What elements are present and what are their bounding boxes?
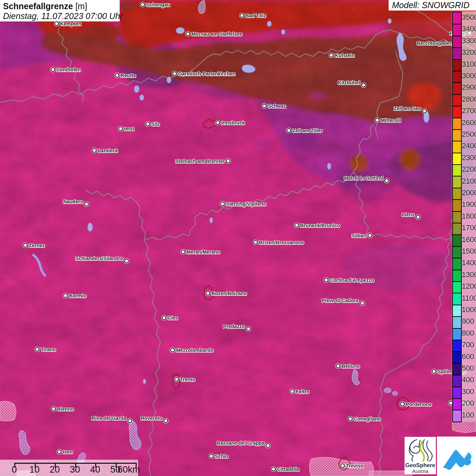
city-bienno: Bienno [51,406,74,412]
city-dot [324,278,328,282]
city-label: Schlanders/Silandro [75,256,123,261]
city-label: Feltre [296,389,309,394]
colorbar-segment-3200 [453,47,461,59]
colorbar-segment-2100 [453,176,461,187]
scale-bar: 0102030405060km [0,460,138,476]
colorbar-segment-1600 [453,234,461,246]
city-treviso: Treviso [340,463,363,469]
colorbar-segment-3500 [453,12,461,24]
colorbar-tick-label: 2400 [462,141,476,150]
title-unit: [m] [75,1,87,11]
city-label: Kitzbühel [338,80,360,85]
city-kufstein: Kufstein [329,53,355,58]
city-label: Conegliano [354,416,381,422]
mountain-logo-icon [440,439,474,473]
colorbar-tick-label: 200 [462,399,474,408]
city-dot [329,53,334,57]
city-predazzo: Predazzo [223,324,251,331]
city-label: Zernez [29,243,45,248]
city-dot [361,83,366,87]
city-dot [23,243,28,248]
colorbar-tick-label: 1200 [462,282,476,291]
city-dot [287,128,291,133]
city-dot [57,449,62,454]
city-bad-tölz: Bad Tölz [240,13,266,18]
city-schongau: Schongau [140,2,170,7]
city-layer: SchongauBad TölzKemptenMurnau am Staffel… [0,0,476,476]
city-silz: Silz [146,121,160,127]
city-murnau-am-staffelsee: Murnau am Staffelsee [186,31,242,37]
city-bruneck-brunico: Bruneck/Brunico [294,223,340,228]
city-label: Bienno [57,406,74,412]
city-label: Pieve di Cadore [322,298,359,303]
city-brixen-bressanone: Brixen/Bressanone [253,240,304,245]
colorbar-tick-label: 1800 [462,212,476,221]
colorbar-segment-1000 [453,305,461,316]
scale-bar-label: 10 [29,464,39,475]
colorbar-tick-label: 1000 [462,305,476,314]
colorbar-segment-2200 [453,164,461,176]
city-landeck: Landeck [92,148,118,153]
city-dot [124,259,129,263]
colorbar-segment-2400 [453,141,461,152]
city-schio: Schio [209,454,228,459]
city-dot [51,67,55,72]
colorbar-tick-label: 1600 [462,235,476,244]
colorbar-tick-label: 600 [462,352,474,361]
city-label: Riva del Garda [91,415,126,421]
city-label: Silz [151,121,160,127]
colorbar-segment-800 [453,328,461,340]
city-dot [84,202,89,206]
city-sterzing-vipiteno: Sterzing/Vipiteno [220,201,266,207]
colorbar-segment-500 [453,363,461,375]
city-dot [220,202,225,206]
colorbar-tick-label: 2800 [462,95,476,104]
city-label: Tirano [41,347,56,352]
city-label: Lienz [402,212,414,217]
colorbar-tick-label: 700 [462,340,474,349]
city-zernez: Zernez [23,243,45,248]
city-reutte: Reutte [115,73,136,78]
city-label: Murnau am Staffelsee [191,31,242,37]
city-dot [400,402,405,406]
city-dot [181,250,185,254]
city-dot [271,467,276,471]
weather-map-stage: SchongauBad TölzKemptenMurnau am Staffel… [0,0,476,476]
colorbar-tick-label: 500 [462,364,474,373]
city-belluno: Belluno [336,363,360,369]
colorbar-tick-label: 2600 [462,118,476,127]
city-label: Bozen/Bolzano [211,291,247,296]
city-cles: Cles [162,315,178,321]
city-label: Cortina d'Ampezzo [330,277,374,283]
city-label: Belluno [342,363,360,369]
city-label: Matrei in Osttirol [344,175,383,181]
city-mittersill: Mittersill [375,118,401,123]
colorbar-segment-1100 [453,293,461,304]
map-title: Schneefallgrenze[m] [3,1,120,11]
scale-bar-label: 20 [50,464,60,475]
city-dot [368,233,372,238]
city-pordenone: Pordenone [400,402,432,407]
city-cortina-d-ampezzo: Cortina d'Ampezzo [324,277,374,283]
colorbar-segment-1900 [453,199,461,211]
city-conegliano: Conegliano [348,416,381,422]
colorbar-tick-label: 2900 [462,83,476,92]
colorbar-segment-200 [453,398,461,410]
colorbar-segment-300 [453,387,461,398]
colorbar-tick-label: 100 [462,411,474,420]
colorbar-tick-label: 2500 [462,130,476,139]
colorbar-tick-label: 300 [462,387,474,396]
city-label: Iseo [63,449,73,455]
map-datetime: Dienstag, 11.07.2023 07:00 Uhr [3,11,120,21]
colorbar-tick-label: 3100 [462,60,476,69]
city-trento: Trento [174,377,195,382]
colorbar-tick-label: 2300 [462,153,476,162]
city-sillian: Sillian [352,233,372,238]
colorbar-tick-label: 2200 [462,165,476,174]
city-label: Brixen/Bressanone [259,240,304,245]
city-tirano: Tirano [35,347,56,352]
scale-bar-label: 0 [12,464,17,475]
city-dot [348,417,353,421]
city-label: Garmisch-Partenkirchen [178,71,235,76]
colorbar-segment-1700 [453,223,461,234]
